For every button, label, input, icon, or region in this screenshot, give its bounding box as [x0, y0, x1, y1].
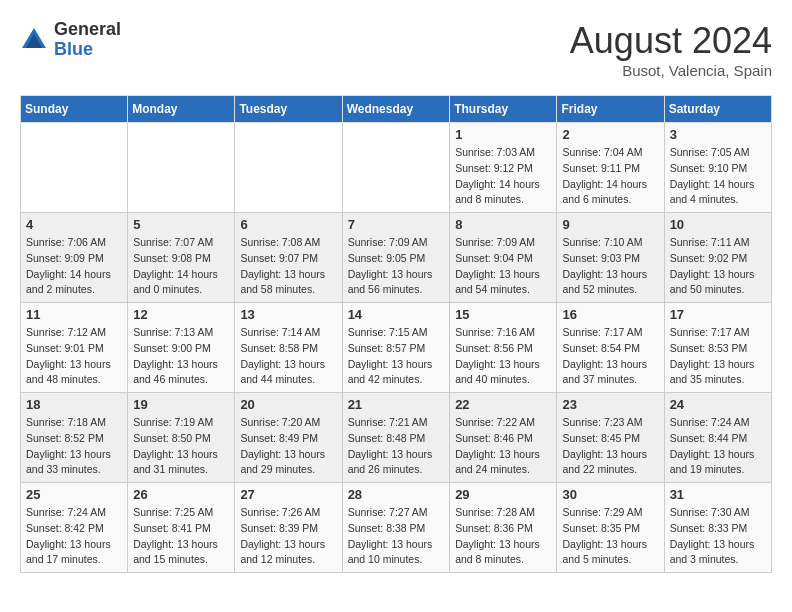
day-info: Sunrise: 7:23 AM Sunset: 8:45 PM Dayligh… — [562, 415, 658, 478]
day-number: 11 — [26, 307, 122, 322]
table-row: 30Sunrise: 7:29 AM Sunset: 8:35 PM Dayli… — [557, 483, 664, 573]
day-info: Sunrise: 7:14 AM Sunset: 8:58 PM Dayligh… — [240, 325, 336, 388]
day-info: Sunrise: 7:05 AM Sunset: 9:10 PM Dayligh… — [670, 145, 766, 208]
table-row: 29Sunrise: 7:28 AM Sunset: 8:36 PM Dayli… — [450, 483, 557, 573]
table-row: 6Sunrise: 7:08 AM Sunset: 9:07 PM Daylig… — [235, 213, 342, 303]
table-row — [342, 123, 450, 213]
day-number: 3 — [670, 127, 766, 142]
day-info: Sunrise: 7:19 AM Sunset: 8:50 PM Dayligh… — [133, 415, 229, 478]
day-info: Sunrise: 7:22 AM Sunset: 8:46 PM Dayligh… — [455, 415, 551, 478]
calendar-header-row: Sunday Monday Tuesday Wednesday Thursday… — [21, 96, 772, 123]
table-row: 24Sunrise: 7:24 AM Sunset: 8:44 PM Dayli… — [664, 393, 771, 483]
day-info: Sunrise: 7:28 AM Sunset: 8:36 PM Dayligh… — [455, 505, 551, 568]
table-row: 27Sunrise: 7:26 AM Sunset: 8:39 PM Dayli… — [235, 483, 342, 573]
table-row: 8Sunrise: 7:09 AM Sunset: 9:04 PM Daylig… — [450, 213, 557, 303]
day-info: Sunrise: 7:27 AM Sunset: 8:38 PM Dayligh… — [348, 505, 445, 568]
table-row: 1Sunrise: 7:03 AM Sunset: 9:12 PM Daylig… — [450, 123, 557, 213]
day-number: 18 — [26, 397, 122, 412]
day-number: 16 — [562, 307, 658, 322]
table-row: 7Sunrise: 7:09 AM Sunset: 9:05 PM Daylig… — [342, 213, 450, 303]
day-info: Sunrise: 7:13 AM Sunset: 9:00 PM Dayligh… — [133, 325, 229, 388]
col-friday: Friday — [557, 96, 664, 123]
day-number: 7 — [348, 217, 445, 232]
day-info: Sunrise: 7:08 AM Sunset: 9:07 PM Dayligh… — [240, 235, 336, 298]
day-number: 12 — [133, 307, 229, 322]
table-row: 4Sunrise: 7:06 AM Sunset: 9:09 PM Daylig… — [21, 213, 128, 303]
table-row: 5Sunrise: 7:07 AM Sunset: 9:08 PM Daylig… — [128, 213, 235, 303]
day-number: 4 — [26, 217, 122, 232]
day-info: Sunrise: 7:30 AM Sunset: 8:33 PM Dayligh… — [670, 505, 766, 568]
day-number: 13 — [240, 307, 336, 322]
table-row: 3Sunrise: 7:05 AM Sunset: 9:10 PM Daylig… — [664, 123, 771, 213]
calendar-table: Sunday Monday Tuesday Wednesday Thursday… — [20, 95, 772, 573]
table-row: 12Sunrise: 7:13 AM Sunset: 9:00 PM Dayli… — [128, 303, 235, 393]
table-row: 21Sunrise: 7:21 AM Sunset: 8:48 PM Dayli… — [342, 393, 450, 483]
table-row: 19Sunrise: 7:19 AM Sunset: 8:50 PM Dayli… — [128, 393, 235, 483]
table-row — [128, 123, 235, 213]
day-info: Sunrise: 7:17 AM Sunset: 8:53 PM Dayligh… — [670, 325, 766, 388]
day-info: Sunrise: 7:16 AM Sunset: 8:56 PM Dayligh… — [455, 325, 551, 388]
calendar-week-row: 11Sunrise: 7:12 AM Sunset: 9:01 PM Dayli… — [21, 303, 772, 393]
table-row: 20Sunrise: 7:20 AM Sunset: 8:49 PM Dayli… — [235, 393, 342, 483]
location: Busot, Valencia, Spain — [570, 62, 772, 79]
table-row: 28Sunrise: 7:27 AM Sunset: 8:38 PM Dayli… — [342, 483, 450, 573]
day-info: Sunrise: 7:26 AM Sunset: 8:39 PM Dayligh… — [240, 505, 336, 568]
day-number: 6 — [240, 217, 336, 232]
day-info: Sunrise: 7:21 AM Sunset: 8:48 PM Dayligh… — [348, 415, 445, 478]
day-number: 8 — [455, 217, 551, 232]
day-number: 19 — [133, 397, 229, 412]
col-thursday: Thursday — [450, 96, 557, 123]
calendar-week-row: 25Sunrise: 7:24 AM Sunset: 8:42 PM Dayli… — [21, 483, 772, 573]
logo-general: General — [54, 20, 121, 40]
table-row: 13Sunrise: 7:14 AM Sunset: 8:58 PM Dayli… — [235, 303, 342, 393]
day-info: Sunrise: 7:24 AM Sunset: 8:42 PM Dayligh… — [26, 505, 122, 568]
day-number: 10 — [670, 217, 766, 232]
col-sunday: Sunday — [21, 96, 128, 123]
table-row: 23Sunrise: 7:23 AM Sunset: 8:45 PM Dayli… — [557, 393, 664, 483]
table-row: 25Sunrise: 7:24 AM Sunset: 8:42 PM Dayli… — [21, 483, 128, 573]
table-row: 2Sunrise: 7:04 AM Sunset: 9:11 PM Daylig… — [557, 123, 664, 213]
table-row: 10Sunrise: 7:11 AM Sunset: 9:02 PM Dayli… — [664, 213, 771, 303]
day-number: 15 — [455, 307, 551, 322]
day-number: 27 — [240, 487, 336, 502]
col-saturday: Saturday — [664, 96, 771, 123]
table-row: 11Sunrise: 7:12 AM Sunset: 9:01 PM Dayli… — [21, 303, 128, 393]
table-row: 31Sunrise: 7:30 AM Sunset: 8:33 PM Dayli… — [664, 483, 771, 573]
day-number: 22 — [455, 397, 551, 412]
table-row — [235, 123, 342, 213]
logo: General Blue — [20, 20, 121, 60]
day-info: Sunrise: 7:04 AM Sunset: 9:11 PM Dayligh… — [562, 145, 658, 208]
day-info: Sunrise: 7:15 AM Sunset: 8:57 PM Dayligh… — [348, 325, 445, 388]
title-block: August 2024 Busot, Valencia, Spain — [570, 20, 772, 79]
day-number: 20 — [240, 397, 336, 412]
table-row: 14Sunrise: 7:15 AM Sunset: 8:57 PM Dayli… — [342, 303, 450, 393]
logo-icon — [20, 26, 48, 54]
table-row: 17Sunrise: 7:17 AM Sunset: 8:53 PM Dayli… — [664, 303, 771, 393]
day-number: 30 — [562, 487, 658, 502]
day-number: 24 — [670, 397, 766, 412]
table-row: 18Sunrise: 7:18 AM Sunset: 8:52 PM Dayli… — [21, 393, 128, 483]
calendar-week-row: 4Sunrise: 7:06 AM Sunset: 9:09 PM Daylig… — [21, 213, 772, 303]
day-info: Sunrise: 7:24 AM Sunset: 8:44 PM Dayligh… — [670, 415, 766, 478]
table-row: 16Sunrise: 7:17 AM Sunset: 8:54 PM Dayli… — [557, 303, 664, 393]
table-row: 22Sunrise: 7:22 AM Sunset: 8:46 PM Dayli… — [450, 393, 557, 483]
day-number: 9 — [562, 217, 658, 232]
col-wednesday: Wednesday — [342, 96, 450, 123]
table-row: 26Sunrise: 7:25 AM Sunset: 8:41 PM Dayli… — [128, 483, 235, 573]
day-number: 14 — [348, 307, 445, 322]
day-number: 5 — [133, 217, 229, 232]
day-number: 1 — [455, 127, 551, 142]
day-info: Sunrise: 7:07 AM Sunset: 9:08 PM Dayligh… — [133, 235, 229, 298]
day-info: Sunrise: 7:09 AM Sunset: 9:05 PM Dayligh… — [348, 235, 445, 298]
col-monday: Monday — [128, 96, 235, 123]
table-row: 15Sunrise: 7:16 AM Sunset: 8:56 PM Dayli… — [450, 303, 557, 393]
day-info: Sunrise: 7:17 AM Sunset: 8:54 PM Dayligh… — [562, 325, 658, 388]
day-number: 21 — [348, 397, 445, 412]
day-info: Sunrise: 7:09 AM Sunset: 9:04 PM Dayligh… — [455, 235, 551, 298]
logo-text: General Blue — [54, 20, 121, 60]
day-number: 29 — [455, 487, 551, 502]
calendar-week-row: 1Sunrise: 7:03 AM Sunset: 9:12 PM Daylig… — [21, 123, 772, 213]
day-number: 17 — [670, 307, 766, 322]
day-info: Sunrise: 7:12 AM Sunset: 9:01 PM Dayligh… — [26, 325, 122, 388]
day-info: Sunrise: 7:20 AM Sunset: 8:49 PM Dayligh… — [240, 415, 336, 478]
